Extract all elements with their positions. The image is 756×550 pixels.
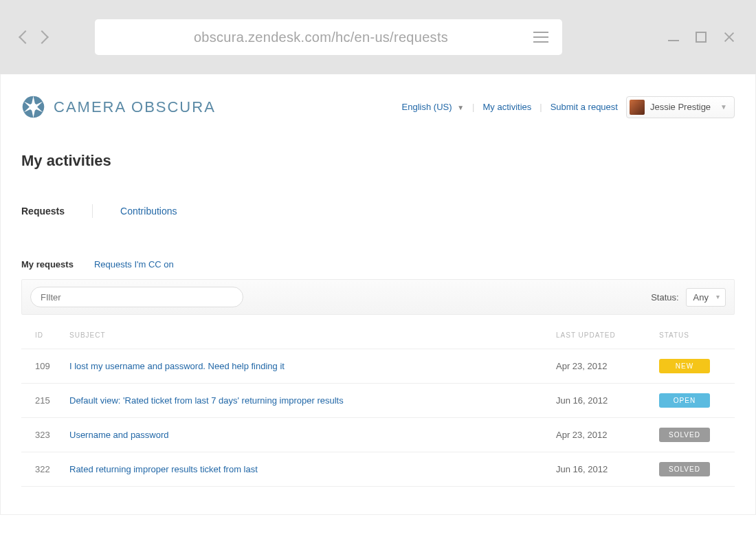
filter-input[interactable] bbox=[30, 287, 243, 307]
status-badge: NEW bbox=[659, 359, 710, 373]
window-controls bbox=[668, 31, 735, 43]
separator: | bbox=[472, 102, 474, 112]
primary-tabs: Requests Contributions bbox=[21, 204, 735, 218]
filter-row: Status: Any bbox=[21, 279, 735, 315]
back-button-icon[interactable] bbox=[19, 30, 32, 44]
status-select-value: Any bbox=[693, 292, 709, 302]
language-label: English (US) bbox=[402, 102, 452, 112]
col-updated: LAST UPDATED bbox=[549, 319, 652, 349]
cell-subject: Username and password bbox=[63, 418, 549, 452]
status-badge: SOLVED bbox=[659, 428, 710, 442]
cell-status: OPEN bbox=[652, 384, 735, 418]
table-row: 322Rated returning improper results tick… bbox=[21, 452, 735, 487]
brand[interactable]: CAMERA OBSCURA bbox=[21, 95, 216, 119]
maximize-icon[interactable] bbox=[696, 32, 707, 43]
url-text: obscura.zendesk.com/hc/en-us/requests bbox=[109, 30, 533, 45]
brand-name: CAMERA OBSCURA bbox=[54, 98, 216, 116]
cell-status: SOLVED bbox=[652, 452, 735, 487]
request-link[interactable]: Username and password bbox=[69, 430, 169, 440]
table-row: 215Default view: 'Rated ticket from last… bbox=[21, 384, 735, 418]
cell-updated: Jun 16, 2012 bbox=[549, 384, 652, 418]
col-id: ID bbox=[21, 319, 63, 349]
request-link[interactable]: I lost my username and password. Need he… bbox=[69, 361, 285, 371]
language-selector[interactable]: English (US) ▼ bbox=[402, 102, 465, 112]
status-filter: Status: Any bbox=[651, 288, 726, 307]
cell-id: 109 bbox=[21, 349, 63, 384]
cell-subject: Rated returning improper results ticket … bbox=[63, 452, 549, 487]
status-badge: OPEN bbox=[659, 393, 710, 408]
browser-chrome: obscura.zendesk.com/hc/en-us/requests bbox=[0, 0, 756, 74]
status-badge: SOLVED bbox=[659, 462, 710, 476]
page-title: My activities bbox=[21, 152, 735, 170]
requests-table: ID SUBJECT LAST UPDATED STATUS 109I lost… bbox=[21, 319, 735, 487]
cell-subject: Default view: 'Rated ticket from last 7 … bbox=[63, 384, 549, 418]
request-link[interactable]: Rated returning improper results ticket … bbox=[69, 464, 258, 474]
subtab-my-requests[interactable]: My requests bbox=[21, 259, 74, 270]
cell-id: 322 bbox=[21, 452, 63, 487]
forward-button-icon[interactable] bbox=[35, 30, 49, 44]
cell-updated: Apr 23, 2012 bbox=[549, 418, 652, 452]
nav-arrows bbox=[21, 32, 47, 42]
header-nav: English (US) ▼ | My activities | Submit … bbox=[402, 96, 735, 118]
col-status: STATUS bbox=[652, 319, 735, 349]
table-row: 323Username and passwordApr 23, 2012SOLV… bbox=[21, 418, 735, 452]
status-label: Status: bbox=[651, 292, 678, 302]
cell-id: 323 bbox=[21, 418, 63, 452]
menu-icon[interactable] bbox=[533, 32, 548, 43]
minimize-icon[interactable] bbox=[668, 40, 679, 41]
my-activities-link[interactable]: My activities bbox=[482, 102, 531, 112]
subtab-cc-on[interactable]: Requests I'm CC on bbox=[94, 259, 174, 270]
page-body: CAMERA OBSCURA English (US) ▼ | My activ… bbox=[0, 74, 756, 515]
svg-point-0 bbox=[30, 103, 37, 111]
col-subject: SUBJECT bbox=[63, 319, 549, 349]
url-bar[interactable]: obscura.zendesk.com/hc/en-us/requests bbox=[95, 19, 562, 55]
cell-id: 215 bbox=[21, 384, 63, 418]
cell-status: NEW bbox=[652, 349, 735, 384]
chevron-down-icon: ▼ bbox=[720, 103, 727, 111]
separator: | bbox=[540, 102, 542, 112]
separator bbox=[92, 204, 93, 218]
sub-tabs: My requests Requests I'm CC on bbox=[21, 259, 735, 270]
cell-status: SOLVED bbox=[652, 418, 735, 452]
cell-updated: Jun 16, 2012 bbox=[549, 452, 652, 487]
table-header-row: ID SUBJECT LAST UPDATED STATUS bbox=[21, 319, 735, 349]
site-header: CAMERA OBSCURA English (US) ▼ | My activ… bbox=[21, 95, 735, 140]
user-name: Jessie Prestige bbox=[650, 102, 711, 112]
tab-contributions[interactable]: Contributions bbox=[120, 206, 177, 217]
avatar bbox=[630, 100, 645, 115]
cell-updated: Apr 23, 2012 bbox=[549, 349, 652, 384]
status-select[interactable]: Any bbox=[686, 288, 726, 307]
submit-request-link[interactable]: Submit a request bbox=[551, 102, 618, 112]
request-link[interactable]: Default view: 'Rated ticket from last 7 … bbox=[69, 395, 344, 406]
user-menu[interactable]: Jessie Prestige ▼ bbox=[626, 96, 735, 118]
close-icon[interactable] bbox=[723, 31, 735, 43]
aperture-icon bbox=[21, 95, 45, 119]
table-row: 109I lost my username and password. Need… bbox=[21, 349, 735, 384]
tab-requests[interactable]: Requests bbox=[21, 206, 65, 217]
cell-subject: I lost my username and password. Need he… bbox=[63, 349, 549, 384]
chevron-down-icon: ▼ bbox=[457, 104, 464, 111]
